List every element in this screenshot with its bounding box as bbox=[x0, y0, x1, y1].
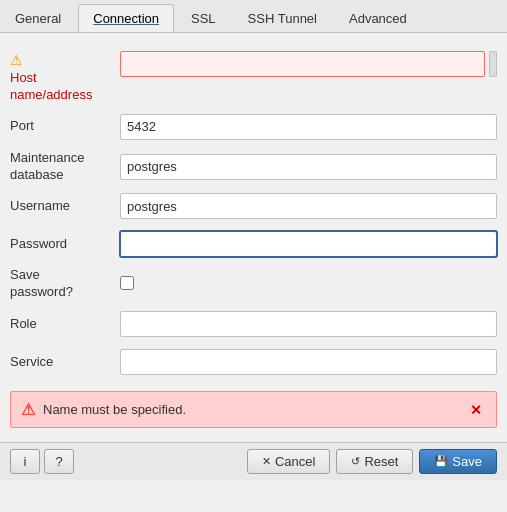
error-close-button[interactable]: ✕ bbox=[466, 403, 486, 417]
error-message: Name must be specified. bbox=[43, 402, 458, 417]
reset-label: Reset bbox=[364, 454, 398, 469]
error-triangle-icon: ⚠ bbox=[21, 400, 35, 419]
username-input[interactable] bbox=[120, 193, 497, 219]
password-label: Password bbox=[10, 236, 120, 253]
help-button[interactable]: ? bbox=[44, 449, 74, 474]
info-icon: i bbox=[24, 454, 27, 469]
footer-left-buttons: i ? bbox=[10, 449, 241, 474]
reset-icon: ↺ bbox=[351, 455, 360, 468]
host-input[interactable] bbox=[120, 51, 485, 77]
warning-icon: ⚠ bbox=[10, 52, 23, 68]
tab-ssh-tunnel[interactable]: SSH Tunnel bbox=[233, 4, 332, 32]
host-label-text: Host name/address bbox=[10, 70, 92, 104]
role-input[interactable] bbox=[120, 311, 497, 337]
username-label: Username bbox=[10, 198, 120, 215]
tab-ssl[interactable]: SSL bbox=[176, 4, 231, 32]
tab-bar: General Connection SSL SSH Tunnel Advanc… bbox=[0, 0, 507, 33]
save-password-label: Save password? bbox=[10, 267, 120, 301]
maintenance-db-field-wrapper bbox=[120, 154, 497, 180]
port-input[interactable] bbox=[120, 114, 497, 140]
dialog: General Connection SSL SSH Tunnel Advanc… bbox=[0, 0, 507, 480]
username-row: Username bbox=[10, 191, 497, 221]
tab-advanced[interactable]: Advanced bbox=[334, 4, 422, 32]
save-label: Save bbox=[452, 454, 482, 469]
password-input[interactable] bbox=[120, 231, 497, 257]
maintenance-db-label: Maintenance database bbox=[10, 150, 120, 184]
host-scrollbar bbox=[489, 51, 497, 77]
service-row: Service bbox=[10, 347, 497, 377]
password-row: Password bbox=[10, 229, 497, 259]
port-label: Port bbox=[10, 118, 120, 135]
cancel-icon: ✕ bbox=[262, 455, 271, 468]
maintenance-db-input[interactable] bbox=[120, 154, 497, 180]
info-button[interactable]: i bbox=[10, 449, 40, 474]
role-field-wrapper bbox=[120, 311, 497, 337]
help-icon: ? bbox=[55, 454, 62, 469]
password-field-wrapper bbox=[120, 231, 497, 257]
cancel-button[interactable]: ✕ Cancel bbox=[247, 449, 330, 474]
service-input[interactable] bbox=[120, 349, 497, 375]
maintenance-db-row: Maintenance database bbox=[10, 150, 497, 184]
form-content: ⚠ Host name/address Port Maint bbox=[0, 33, 507, 442]
port-row: Port bbox=[10, 112, 497, 142]
error-bar: ⚠ Name must be specified. ✕ bbox=[10, 391, 497, 428]
save-password-row: Save password? bbox=[10, 267, 497, 301]
tab-connection[interactable]: Connection bbox=[78, 4, 174, 32]
role-row: Role bbox=[10, 309, 497, 339]
save-password-checkbox[interactable] bbox=[120, 276, 134, 290]
host-field-wrapper bbox=[120, 51, 497, 77]
footer-right-buttons: ✕ Cancel ↺ Reset 💾 Save bbox=[247, 449, 497, 474]
service-field-wrapper bbox=[120, 349, 497, 375]
save-password-field-wrapper bbox=[120, 276, 497, 293]
save-icon: 💾 bbox=[434, 455, 448, 468]
port-field-wrapper bbox=[120, 114, 497, 140]
role-label: Role bbox=[10, 316, 120, 333]
service-label: Service bbox=[10, 354, 120, 371]
username-field-wrapper bbox=[120, 193, 497, 219]
tab-general[interactable]: General bbox=[0, 4, 76, 32]
save-button[interactable]: 💾 Save bbox=[419, 449, 497, 474]
footer: i ? ✕ Cancel ↺ Reset 💾 Save bbox=[0, 442, 507, 480]
cancel-label: Cancel bbox=[275, 454, 315, 469]
reset-button[interactable]: ↺ Reset bbox=[336, 449, 413, 474]
host-row: ⚠ Host name/address bbox=[10, 47, 497, 104]
host-label: ⚠ Host name/address bbox=[10, 51, 120, 104]
